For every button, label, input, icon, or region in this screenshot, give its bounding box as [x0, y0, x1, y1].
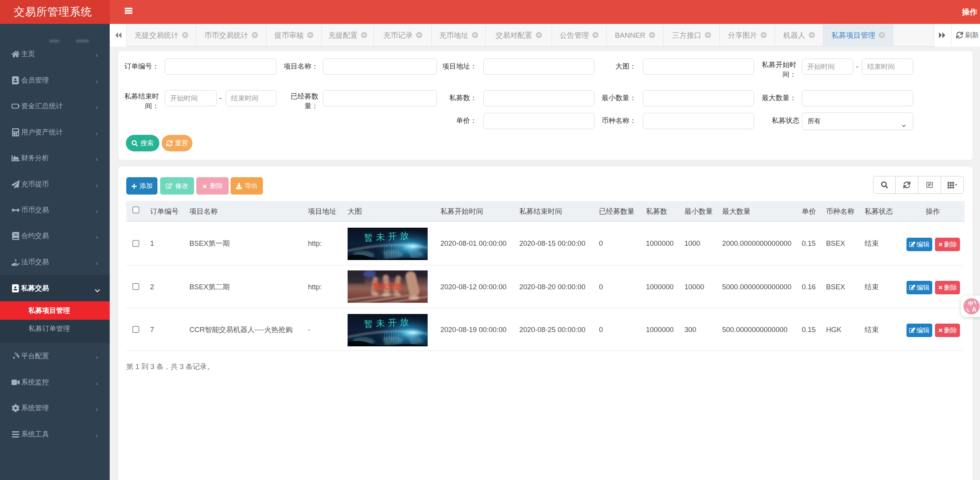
svg-text:中: 中	[968, 300, 974, 307]
svg-text:暂未开放: 暂未开放	[373, 282, 403, 290]
svg-text:A: A	[972, 306, 977, 313]
